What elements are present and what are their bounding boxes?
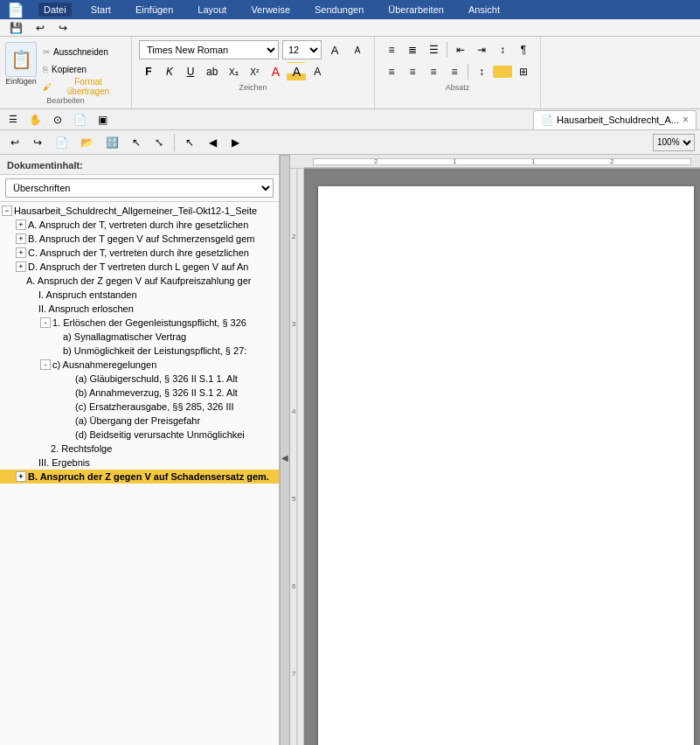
underline-btn[interactable]: U: [181, 62, 200, 81]
menu-item-ueberarbeiten[interactable]: Überarbeiten: [383, 3, 449, 17]
tree-root[interactable]: −Hausarbeit_Schuldrecht_Allgemeiner_Teil…: [0, 204, 279, 218]
browse-obj-btn[interactable]: ⊙: [48, 110, 67, 129]
multilevel-btn[interactable]: ☰: [424, 40, 443, 59]
doc-tab-name: Hausarbeit_Schuldrecht_A...: [557, 115, 679, 125]
sort-btn[interactable]: ↕: [493, 40, 512, 59]
save-btn[interactable]: 💾: [5, 18, 27, 38]
bullets-btn[interactable]: ≡: [382, 40, 401, 59]
tree-label-ii1_1cb: (b) Annahmeverzug, § 326 II S.1 2. Alt: [75, 387, 238, 398]
font-size-select[interactable]: 12: [282, 40, 322, 59]
arrow-tool-btn[interactable]: ↖: [127, 133, 146, 152]
tree-item[interactable]: A. Anspruch der Z gegen V auf Kaufpreisz…: [0, 274, 279, 288]
bold-btn[interactable]: F: [139, 62, 158, 81]
nav-toggle-btn[interactable]: ☰: [3, 110, 23, 129]
paste-big-btn[interactable]: 📋 Einfügen: [5, 42, 37, 86]
expander-a[interactable]: +: [16, 219, 26, 230]
align-center-btn[interactable]: ≡: [403, 62, 422, 81]
document-tab[interactable]: 📄 Hausarbeit_Schuldrecht_A... ×: [533, 110, 697, 129]
browse-page-btn[interactable]: 📄: [69, 110, 91, 129]
prev-btn[interactable]: ◀: [203, 133, 222, 152]
undo-btn[interactable]: ↩: [31, 18, 50, 38]
tree-item[interactable]: +B. Anspruch der Z gegen V auf Schadense…: [0, 470, 279, 484]
cut-btn[interactable]: ✂ Ausschneiden: [38, 44, 126, 59]
root-expander[interactable]: −: [2, 205, 12, 216]
menu-item-ansicht[interactable]: Ansicht: [463, 3, 505, 17]
expander-d[interactable]: +: [16, 261, 26, 272]
shrink-font-btn[interactable]: A: [348, 40, 367, 59]
menu-item-datei[interactable]: Datei: [38, 3, 72, 17]
nav-dropdown[interactable]: Überschriften: [5, 178, 274, 198]
svg-text:4: 4: [292, 407, 296, 415]
next-btn[interactable]: ▶: [225, 133, 245, 152]
tree-item[interactable]: I. Anspruch entstanden: [0, 288, 279, 302]
cursor-btn[interactable]: ↖: [180, 133, 199, 152]
menu-item-sendungen[interactable]: Sendungen: [309, 3, 369, 17]
border-btn[interactable]: ⊞: [514, 62, 533, 81]
indent-increase-btn[interactable]: ⇥: [472, 40, 491, 59]
expander-c[interactable]: +: [16, 247, 26, 258]
numbered-btn[interactable]: ≣: [403, 40, 422, 59]
tree-label-c: C. Anspruch der T, vertreten durch ihre …: [28, 247, 249, 258]
subscript-btn[interactable]: X₂: [224, 62, 243, 81]
redo-btn2[interactable]: ↪: [28, 133, 47, 152]
document-page[interactable]: [318, 186, 694, 745]
superscript-btn[interactable]: X²: [245, 62, 264, 81]
tree-item[interactable]: II. Anspruch erloschen: [0, 302, 279, 316]
tree-item[interactable]: (c) Ersatzherausgabe, §§ 285, 326 III: [0, 400, 279, 414]
menu-item-layout[interactable]: Layout: [192, 3, 232, 17]
browse-field-btn[interactable]: ▣: [93, 110, 112, 129]
new-doc-btn[interactable]: 📄: [51, 133, 73, 152]
svg-text:7: 7: [292, 670, 296, 678]
line-spacing-btn[interactable]: ↕: [472, 62, 491, 81]
tree-label-ii1_1: 1. Erlöschen der Gegenleistungspflicht, …: [52, 317, 246, 328]
tree-item[interactable]: 2. Rechtsfolge: [0, 442, 279, 456]
tree-item[interactable]: b) Unmöglichkeit der Leistungspflicht, §…: [0, 344, 279, 358]
font-family-select[interactable]: Times New Roman: [139, 40, 279, 59]
format-btn[interactable]: 🖌 Format übertragen: [38, 79, 126, 94]
panel-collapse-btn[interactable]: ◀: [280, 155, 290, 745]
shading-btn[interactable]: [493, 66, 512, 78]
expander-ii1_1[interactable]: -: [40, 317, 51, 328]
view-dropdown[interactable]: 100%: [653, 134, 695, 151]
hand-tool-btn[interactable]: ✋: [24, 110, 46, 129]
highlight-btn[interactable]: A: [266, 62, 285, 81]
font-clear-btn[interactable]: A: [308, 62, 327, 81]
tree-item[interactable]: (b) Annahmeverzug, § 326 II S.1 2. Alt: [0, 386, 279, 400]
menu-item-einfuegen[interactable]: Einfügen: [130, 3, 178, 17]
tree-item[interactable]: III. Ergebnis: [0, 456, 279, 470]
align-left-btn[interactable]: ≡: [382, 62, 401, 81]
tree-item[interactable]: -1. Erlöschen der Gegenleistungspflicht,…: [0, 316, 279, 330]
tree-item[interactable]: -c) Ausnahmeregelungen: [0, 358, 279, 372]
text-color-btn[interactable]: A: [287, 62, 306, 81]
indent-decrease-btn[interactable]: ⇤: [451, 40, 470, 59]
copy-btn[interactable]: ⎘ Kopieren: [38, 61, 126, 77]
redo-btn[interactable]: ↪: [53, 18, 73, 38]
strikethrough-btn[interactable]: ab: [202, 62, 222, 81]
expander-b2[interactable]: +: [16, 471, 26, 482]
grow-font-btn[interactable]: A: [325, 40, 344, 59]
doc-scroll-area[interactable]: 2 3 4 5 6 7: [290, 169, 700, 745]
italic-btn[interactable]: K: [160, 62, 179, 81]
tree-item[interactable]: +A. Anspruch der T, vertreten durch ihre…: [0, 218, 279, 232]
expander-ii1_1c[interactable]: -: [40, 359, 51, 370]
menu-item-start[interactable]: Start: [86, 3, 116, 17]
tree-item[interactable]: +B. Anspruch der T gegen V auf Schmerzen…: [0, 232, 279, 246]
tree-item[interactable]: +D. Anspruch der T vertreten durch L geg…: [0, 260, 279, 274]
quick-access-bar: 💾 ↩ ↪: [0, 19, 700, 37]
tree-item[interactable]: (a) Gläubigerschuld, § 326 II S.1 1. Alt: [0, 372, 279, 386]
expander-b[interactable]: +: [16, 233, 26, 244]
tree-label-i1: I. Anspruch entstanden: [38, 289, 137, 300]
undo-btn2[interactable]: ↩: [5, 133, 24, 152]
word-count-btn[interactable]: 🔠: [101, 133, 123, 152]
resize-btn[interactable]: ⤡: [149, 133, 169, 152]
tree-item[interactable]: a) Synallagmatischer Vertrag: [0, 330, 279, 344]
menu-item-verweise[interactable]: Verweise: [246, 3, 295, 17]
tree-item[interactable]: +C. Anspruch der T, vertreten durch ihre…: [0, 246, 279, 260]
doc-tab-close-btn[interactable]: ×: [683, 114, 689, 126]
align-right-btn[interactable]: ≡: [424, 62, 443, 81]
open-btn[interactable]: 📂: [76, 133, 98, 152]
tree-item[interactable]: (d) Beidseitig verursachte Unmöglichkei: [0, 428, 279, 442]
tree-item[interactable]: (a) Übergang der Preisgefahr: [0, 414, 279, 428]
justify-btn[interactable]: ≡: [445, 62, 464, 81]
show-marks-btn[interactable]: ¶: [514, 40, 533, 59]
